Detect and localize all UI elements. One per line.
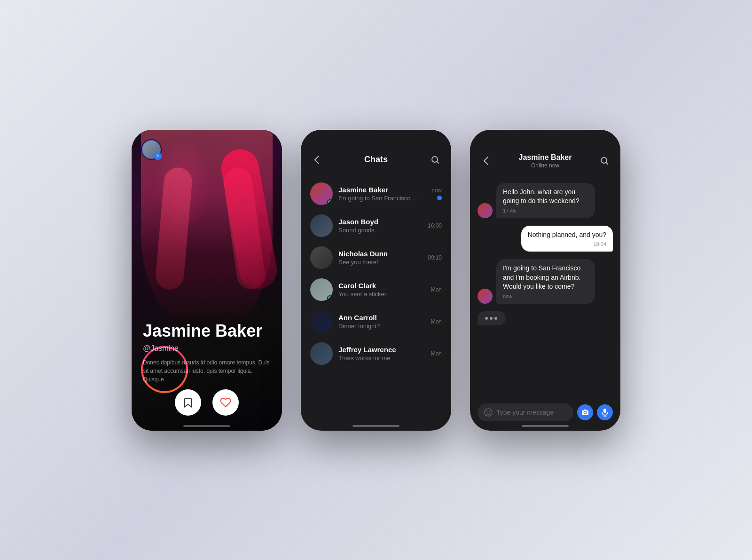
- chat-avatar-jasmine: [310, 182, 333, 205]
- message-bubble-sent-1: Nothing planned, and you? 18:04: [521, 226, 613, 252]
- svg-point-4: [489, 411, 490, 412]
- chat-preview: See you there!: [338, 259, 422, 266]
- sender-avatar: [478, 203, 493, 218]
- chat-avatar-jeffrey: [310, 342, 333, 365]
- svg-rect-6: [603, 409, 606, 413]
- chat-preview: Dinner tonight?: [338, 323, 425, 330]
- chats-title: Chats: [323, 155, 429, 165]
- search-icon: [431, 156, 439, 164]
- chat-avatar-nicholas: [310, 246, 333, 269]
- chat-name: Ann Carroll: [338, 314, 425, 322]
- message-bubble-received-1: Hello John, what are you going to do thi…: [496, 183, 595, 218]
- bookmark-button[interactable]: [175, 389, 201, 416]
- profile-background: [132, 130, 282, 431]
- chats-header: Chats: [301, 130, 451, 174]
- home-indicator: [522, 425, 569, 427]
- contact-name: Jasmine Baker: [493, 153, 598, 162]
- svg-point-2: [485, 409, 492, 416]
- profile-bio: Donec dapibus mauris id odio ornare temp…: [143, 358, 271, 384]
- chat-meta-jasmine: now: [431, 187, 442, 200]
- chat-name: Carol Clark: [338, 282, 425, 290]
- heart-icon: [220, 397, 231, 408]
- message-text: Hello John, what are you going to do thi…: [503, 188, 580, 205]
- message-row-received-2: I'm going to San Francisco and I'm booki…: [478, 259, 613, 304]
- phone-profile: Jasmine Baker @Jasmine Donec dapibus mau…: [132, 130, 282, 431]
- chat-item-ann[interactable]: Ann Carroll Dinner tonight? Mon: [301, 306, 451, 338]
- online-indicator: [327, 199, 332, 205]
- chat-time: Mon: [431, 350, 442, 357]
- input-area: Type your message: [478, 403, 613, 421]
- chat-content-ann: Ann Carroll Dinner tonight?: [338, 314, 425, 330]
- chat-time: Mon: [431, 318, 442, 325]
- bookmark-icon: [182, 397, 194, 408]
- chat-item-jason[interactable]: Jason Boyd Sound goods. 16:00: [301, 210, 451, 242]
- profile-person: [132, 130, 282, 340]
- chat-name: Jeffrey Lawrence: [338, 346, 425, 354]
- sender-avatar: [478, 289, 493, 304]
- phones-container: Jasmine Baker @Jasmine Donec dapibus mau…: [132, 130, 620, 431]
- online-indicator: [327, 295, 332, 300]
- camera-icon: [581, 409, 589, 416]
- chat-meta-jeffrey: Mon: [431, 350, 442, 357]
- message-time: 17:45: [503, 208, 588, 213]
- chat-meta-nicholas: 09:10: [428, 254, 442, 261]
- camera-button[interactable]: [577, 404, 593, 420]
- back-button[interactable]: [310, 153, 323, 166]
- back-icon: [484, 157, 488, 165]
- home-indicator: [183, 425, 230, 427]
- emoji-icon: [484, 408, 493, 417]
- search-button[interactable]: [598, 154, 611, 167]
- phone-conversation: Jasmine Baker Online now Hello John, wha…: [470, 130, 620, 431]
- profile-name: Jasmine Baker: [143, 322, 271, 340]
- chat-list: Jasmine Baker I'm going to San Francisco…: [301, 174, 451, 373]
- svg-point-3: [487, 411, 488, 412]
- phone-chats: Chats Jasmine Baker I'm going to San Fra…: [301, 130, 451, 431]
- chat-item-jeffrey[interactable]: Jeffrey Lawrence Thats works for me Mon: [301, 338, 451, 370]
- chat-time: now: [431, 187, 442, 194]
- chat-item-nicholas[interactable]: Nicholas Dunn See you there! 09:10: [301, 242, 451, 274]
- typing-dot-3: [494, 317, 497, 320]
- chat-item-carol[interactable]: Carol Clark You sent a sticker. Mon: [301, 274, 451, 306]
- chat-content-carol: Carol Clark You sent a sticker.: [338, 282, 425, 298]
- chat-time: 09:10: [428, 254, 442, 261]
- chat-content-jeffrey: Jeffrey Lawrence Thats works for me: [338, 346, 425, 362]
- back-button[interactable]: [479, 154, 493, 167]
- hair-streak-left: [155, 166, 193, 290]
- heart-button[interactable]: [212, 389, 239, 416]
- chat-avatar-carol: [310, 278, 333, 301]
- chat-name: Nicholas Dunn: [338, 250, 422, 258]
- chat-content-jason: Jason Boyd Sound goods.: [338, 218, 422, 234]
- svg-point-1: [601, 158, 607, 163]
- chat-content-jasmine: Jasmine Baker I'm going to San Francisco…: [338, 186, 426, 202]
- chat-content-nicholas: Nicholas Dunn See you there!: [338, 250, 422, 266]
- back-icon: [314, 156, 319, 164]
- chat-preview: Thats works for me: [338, 355, 425, 362]
- message-input-box[interactable]: Type your message: [478, 403, 573, 421]
- chat-preview: I'm going to San Francisco ...: [338, 195, 426, 202]
- chat-name: Jason Boyd: [338, 218, 422, 226]
- message-time: now: [503, 293, 588, 299]
- chat-time: 16:00: [428, 222, 442, 229]
- chat-preview: Sound goods.: [338, 227, 422, 234]
- search-button[interactable]: [429, 153, 442, 166]
- chat-item-jasmine[interactable]: Jasmine Baker I'm going to San Francisco…: [301, 178, 451, 210]
- chat-name: Jasmine Baker: [338, 186, 426, 194]
- mic-button[interactable]: [597, 404, 613, 420]
- avatar[interactable]: [141, 139, 162, 160]
- conversation-header: Jasmine Baker Online now: [470, 130, 620, 175]
- profile-actions: [132, 389, 282, 416]
- svg-point-0: [432, 157, 438, 162]
- search-icon: [600, 157, 609, 165]
- hair-streak-right: [222, 166, 267, 291]
- message-row-sent-1: Nothing planned, and you? 18:04: [478, 226, 613, 252]
- typing-bubble: [478, 311, 506, 325]
- chat-avatar-jason: [310, 214, 333, 237]
- chat-time: Mon: [431, 286, 442, 293]
- message-time: 18:04: [528, 241, 606, 247]
- unread-indicator: [437, 196, 442, 200]
- typing-dot-2: [490, 317, 493, 320]
- profile-info: Jasmine Baker @Jasmine Donec dapibus mau…: [143, 322, 271, 384]
- chat-meta-ann: Mon: [431, 318, 442, 325]
- message-bubble-received-2: I'm going to San Francisco and I'm booki…: [496, 259, 595, 304]
- mic-icon: [602, 408, 608, 417]
